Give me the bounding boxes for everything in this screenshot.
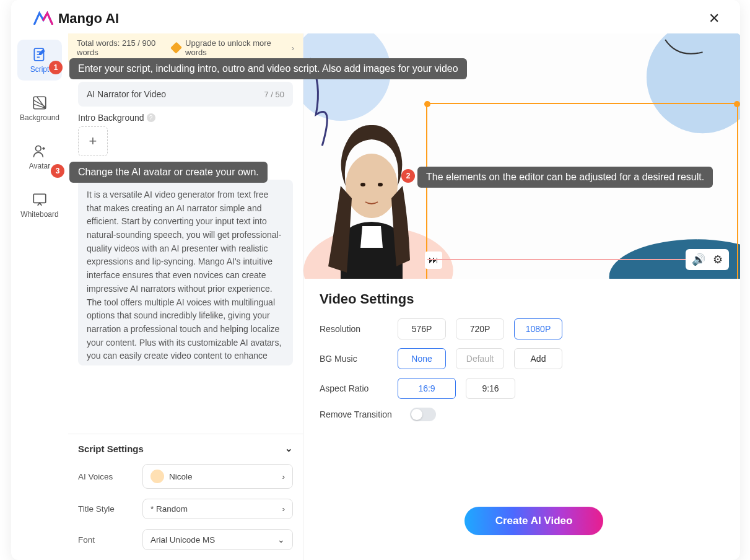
sidebar-item-background[interactable]: Background bbox=[17, 88, 62, 129]
callout-2-badge: 2 bbox=[401, 169, 415, 183]
remove-transition-toggle[interactable] bbox=[410, 408, 436, 421]
chevron-right-icon: › bbox=[292, 43, 294, 53]
sidebar: Script Background Avatar Whiteboard bbox=[11, 33, 68, 560]
script-settings: Script Settings ⌄ AI Voices Nicole › Tit… bbox=[68, 434, 303, 555]
resolution-row: Resolution 576P 720P 1080P bbox=[320, 318, 724, 339]
chevron-down-icon: ⌄ bbox=[285, 443, 293, 454]
skip-forward-button[interactable]: ⏭ bbox=[425, 252, 442, 269]
callout-1-badge: 1 bbox=[49, 61, 63, 74]
svg-point-9 bbox=[346, 154, 398, 218]
bg-music-label: BG Music bbox=[320, 354, 388, 364]
sidebar-item-label: Script bbox=[30, 65, 50, 74]
avatar-icon bbox=[32, 143, 48, 159]
aspect-9-16[interactable]: 9:16 bbox=[466, 378, 515, 399]
sidebar-item-label: Whiteboard bbox=[20, 210, 58, 219]
intro-value: AI Narrator for Video bbox=[87, 89, 166, 99]
svg-rect-3 bbox=[33, 194, 46, 203]
svg-point-11 bbox=[378, 183, 383, 186]
callout-3: Change the AI avatar or create your own. bbox=[69, 162, 268, 183]
close-button[interactable]: ✕ bbox=[705, 10, 723, 27]
resolution-label: Resolution bbox=[320, 324, 388, 334]
script-icon bbox=[32, 46, 48, 63]
upgrade-link[interactable]: Upgrade to unlock more words › bbox=[172, 38, 294, 57]
left-panel: Total words: 215 / 900 words Upgrade to … bbox=[68, 33, 303, 560]
avatar-preview[interactable] bbox=[303, 105, 440, 279]
title-style-label: Title Style bbox=[78, 504, 135, 514]
add-intro-bg-button[interactable]: + bbox=[78, 126, 108, 156]
script-settings-title: Script Settings bbox=[78, 444, 144, 454]
whiteboard-icon bbox=[32, 191, 48, 208]
sidebar-item-script[interactable]: Script bbox=[17, 40, 62, 81]
intro-bg-label: Intro Background? bbox=[78, 113, 293, 123]
aspect-label: Aspect Ratio bbox=[320, 383, 388, 393]
video-script-textarea[interactable]: It is a versatile AI video generator fro… bbox=[78, 180, 293, 365]
callout-2: The elements on the editor can be adjust… bbox=[417, 167, 713, 188]
sidebar-item-label: Avatar bbox=[29, 162, 50, 170]
svg-point-10 bbox=[360, 183, 365, 186]
script-settings-toggle[interactable]: Script Settings ⌄ bbox=[68, 434, 303, 459]
volume-icon[interactable]: 🔊 bbox=[692, 253, 705, 266]
ai-voices-select[interactable]: Nicole › bbox=[142, 464, 293, 489]
header: Mango AI ✕ bbox=[11, 0, 740, 33]
remove-transition-label: Remove Transition bbox=[320, 409, 400, 419]
video-settings: Video Settings Resolution 576P 720P 1080… bbox=[303, 279, 740, 442]
title-style-select[interactable]: * Random › bbox=[142, 499, 293, 519]
music-default[interactable]: Default bbox=[456, 348, 504, 369]
resolution-720p[interactable]: 720P bbox=[456, 318, 504, 339]
app-name: Mango AI bbox=[58, 11, 119, 27]
aspect-16-9[interactable]: 16:9 bbox=[398, 378, 456, 399]
intro-counter: 7 / 50 bbox=[264, 90, 284, 99]
resolution-1080p[interactable]: 1080P bbox=[514, 318, 562, 339]
intro-input[interactable]: AI Narrator for Video 7 / 50 bbox=[78, 82, 293, 107]
voice-avatar-icon bbox=[150, 470, 164, 483]
timeline[interactable] bbox=[427, 259, 715, 260]
sidebar-item-whiteboard[interactable]: Whiteboard bbox=[17, 185, 62, 225]
chevron-right-icon: › bbox=[282, 504, 286, 514]
preview-controls: 🔊 ⚙ bbox=[686, 249, 729, 270]
app-modal: Mango AI ✕ Script Background Avatar Whit… bbox=[11, 0, 740, 560]
video-settings-title: Video Settings bbox=[320, 291, 724, 307]
upgrade-text: Upgrade to unlock more words bbox=[185, 38, 287, 57]
create-ai-video-button[interactable]: Create AI Video bbox=[464, 507, 603, 535]
svg-point-2 bbox=[36, 146, 41, 151]
resolution-576p[interactable]: 576P bbox=[398, 318, 446, 339]
music-add[interactable]: Add bbox=[514, 348, 562, 369]
logo-icon bbox=[33, 11, 53, 26]
font-label: Font bbox=[78, 535, 135, 545]
sidebar-item-label: Background bbox=[20, 113, 59, 122]
callout-1: Enter your script, including intro, outr… bbox=[69, 58, 467, 79]
word-count: Total words: 215 / 900 words bbox=[77, 38, 172, 57]
chevron-down-icon: ⌄ bbox=[277, 535, 285, 545]
chevron-right-icon: › bbox=[282, 472, 286, 481]
aspect-row: Aspect Ratio 16:9 9:16 bbox=[320, 378, 724, 399]
gear-icon[interactable]: ⚙ bbox=[713, 253, 723, 266]
right-panel: ⏭ 🔊 ⚙ Video Settings Resolution 576P 720… bbox=[303, 33, 740, 560]
music-none[interactable]: None bbox=[398, 348, 446, 369]
app-logo: Mango AI bbox=[33, 11, 119, 27]
font-select[interactable]: Arial Unicode MS ⌄ bbox=[142, 529, 293, 550]
ai-voices-label: AI Voices bbox=[78, 472, 135, 481]
callout-3-badge: 3 bbox=[51, 164, 64, 178]
background-icon bbox=[32, 95, 48, 111]
transition-row: Remove Transition bbox=[320, 408, 724, 421]
help-icon[interactable]: ? bbox=[147, 113, 155, 122]
music-row: BG Music None Default Add bbox=[320, 348, 724, 369]
diamond-icon bbox=[170, 42, 182, 53]
